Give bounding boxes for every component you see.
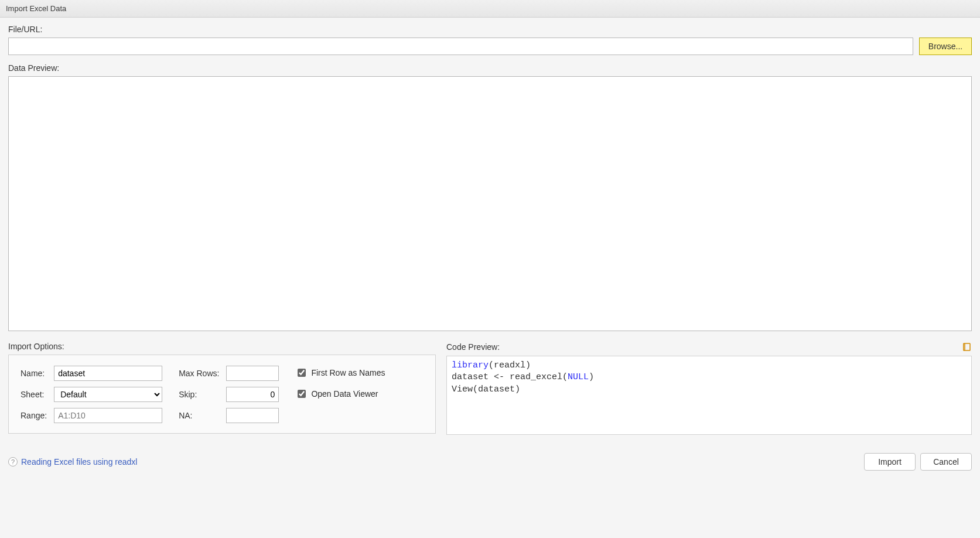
data-preview-area [8, 76, 972, 331]
cancel-button[interactable]: Cancel [920, 453, 972, 471]
na-input[interactable] [226, 408, 279, 423]
open-viewer-checkbox[interactable] [298, 390, 306, 398]
browse-button[interactable]: Browse... [919, 38, 972, 55]
first-row-checkbox-row[interactable]: First Row as Names [295, 367, 385, 379]
help-icon: ? [8, 457, 18, 467]
range-label: Range: [21, 411, 47, 420]
sheet-label: Sheet: [21, 390, 47, 399]
name-label: Name: [21, 369, 47, 378]
help-link[interactable]: Reading Excel files using readxl [21, 457, 137, 467]
sheet-select[interactable]: Default [54, 387, 162, 402]
code-kw-library: library [452, 360, 489, 370]
skip-input[interactable] [226, 387, 279, 402]
na-label: NA: [179, 411, 219, 420]
code-null: NULL [568, 372, 589, 382]
open-viewer-label: Open Data Viewer [311, 389, 378, 399]
name-input[interactable] [54, 366, 162, 381]
import-options-panel: Name: Sheet: Default Range: Max Rows: Sk… [8, 355, 436, 434]
file-url-input[interactable] [8, 38, 913, 55]
code-text: View(dataset) [452, 384, 520, 394]
maxrows-label: Max Rows: [179, 369, 219, 378]
maxrows-input[interactable] [226, 366, 279, 381]
code-text: dataset <- read_excel( [452, 372, 568, 382]
clipboard-icon[interactable] [961, 342, 972, 352]
code-preview-label: Code Preview: [446, 342, 500, 352]
import-button[interactable]: Import [864, 453, 916, 471]
file-url-label: File/URL: [8, 25, 972, 34]
first-row-checkbox[interactable] [298, 369, 306, 377]
data-preview-label: Data Preview: [8, 63, 972, 73]
first-row-label: First Row as Names [311, 368, 385, 377]
range-input[interactable] [54, 408, 162, 423]
help-link-row: ? Reading Excel files using readxl [8, 457, 137, 467]
code-text: ) [589, 372, 594, 382]
svg-rect-0 [965, 343, 970, 350]
window-title: Import Excel Data [0, 0, 980, 18]
code-text: (readxl) [489, 360, 531, 370]
import-options-label: Import Options: [8, 342, 64, 351]
open-viewer-checkbox-row[interactable]: Open Data Viewer [295, 388, 385, 400]
skip-label: Skip: [179, 390, 219, 399]
code-preview-area: library(readxl) dataset <- read_excel(NU… [446, 356, 972, 435]
